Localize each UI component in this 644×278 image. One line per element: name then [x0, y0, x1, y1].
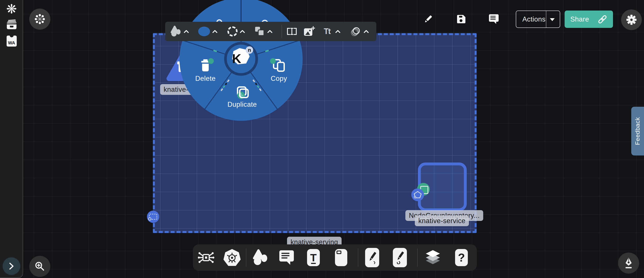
shapes-tool[interactable] [252, 244, 269, 271]
sidebar-item-archive[interactable] [0, 19, 23, 30]
help-glyph: ? [458, 251, 465, 264]
chevron-up-icon [212, 30, 218, 33]
comment-tool[interactable] [279, 244, 294, 271]
pencil-tool-button[interactable] [393, 244, 407, 271]
fill-color-button[interactable] [198, 22, 210, 41]
text-style-icon: Tt [324, 27, 330, 36]
knative-letter: K [232, 51, 241, 66]
webassembly-icon: WA [6, 36, 17, 47]
radial-divider-top [240, 0, 241, 22]
layers-tool[interactable] [424, 244, 442, 271]
arrange-expand[interactable] [267, 22, 272, 41]
network-tool[interactable] [197, 244, 215, 271]
shape-style-button[interactable] [170, 22, 182, 41]
cluster-icon [34, 13, 46, 25]
selection-handle[interactable] [147, 211, 159, 223]
feedback-tab[interactable]: Feedback [631, 107, 644, 155]
cluster-button[interactable] [29, 8, 50, 30]
expand-sidebar-button[interactable] [3, 257, 20, 275]
pentagon-badge[interactable] [411, 188, 424, 201]
replace-image-button[interactable] [304, 22, 315, 41]
kubernetes-icon [223, 248, 241, 267]
kubernetes-tool[interactable] [223, 244, 241, 271]
actions-button[interactable]: Actions [516, 10, 560, 28]
shapes-icon [252, 249, 269, 266]
save-button[interactable] [456, 14, 466, 24]
marquee-icon [149, 214, 157, 220]
copy-status-dot [270, 58, 276, 64]
zoom-in-icon [34, 261, 46, 272]
chevron-right-icon [9, 263, 14, 270]
feedback-label: Feedback [634, 117, 641, 145]
duplicate-label-text: Duplicate [228, 101, 257, 108]
text-tool[interactable]: T [307, 244, 320, 271]
resize-width-button[interactable] [286, 22, 297, 41]
menu-item-delete-label[interactable]: Delete [195, 75, 216, 83]
app-canvas: knative-s NodeGroupInventory... knative-… [0, 0, 644, 278]
border-style-expand[interactable] [240, 22, 245, 41]
help-button[interactable]: ? [455, 244, 468, 271]
menu-item-copy-label[interactable]: Copy [271, 75, 287, 83]
menu-item-duplicate-label[interactable]: Duplicate [228, 101, 257, 109]
network-icon [197, 248, 215, 267]
app-logo[interactable]: ❋ [0, 3, 23, 15]
delete-label-text: Delete [195, 75, 216, 82]
opacity-expand[interactable] [364, 22, 369, 41]
pencil-icon [423, 14, 433, 24]
replace-image-icon [304, 26, 315, 37]
edit-button[interactable] [423, 14, 433, 24]
arrange-button[interactable] [254, 22, 265, 41]
arrange-icon [254, 26, 265, 37]
fill-color-swatch [198, 26, 210, 36]
pen-nib-icon [623, 257, 634, 269]
caret-down-icon[interactable] [550, 18, 555, 21]
comment-icon [488, 14, 499, 24]
sidebar-item-webassembly[interactable]: WA [0, 35, 23, 47]
service-node-label: knative-service [415, 215, 469, 226]
chevron-up-icon [240, 30, 245, 33]
service-node-label-text: knative-service [418, 217, 466, 225]
fill-color-expand[interactable] [212, 22, 218, 41]
help-tile: ? [455, 249, 468, 266]
actions-divider [546, 11, 546, 27]
chevron-up-icon [335, 30, 340, 33]
app-logo-icon: ❋ [6, 1, 17, 16]
shape-style-icon [170, 26, 182, 37]
note-tool-icon [335, 249, 347, 266]
pen-icon [367, 251, 377, 264]
knative-badge-text: n [248, 47, 251, 53]
pencil-icon [395, 251, 405, 264]
menu-item-duplicate[interactable] [236, 86, 250, 101]
sidebar: ❋ WA [0, 0, 23, 278]
toolbar-divider [358, 248, 358, 267]
opacity-button[interactable] [350, 22, 362, 41]
gear-icon [626, 14, 637, 25]
toolbar-divider [417, 248, 418, 267]
wa-text: WA [8, 40, 15, 45]
shape-style-expand[interactable] [184, 22, 189, 41]
zoom-in-button[interactable] [29, 256, 50, 277]
share-button[interactable]: Share [564, 10, 613, 28]
radial-menu-hub: K n [224, 42, 258, 76]
comment-button[interactable] [488, 14, 499, 24]
note-tool[interactable] [335, 244, 347, 271]
pen-mode-button[interactable] [618, 253, 639, 274]
chevron-up-icon [184, 30, 189, 33]
resize-width-icon [286, 27, 297, 36]
link-icon [598, 14, 607, 24]
copy-label-text: Copy [271, 75, 287, 82]
opacity-icon [350, 25, 362, 37]
pen-tool-button[interactable] [365, 244, 379, 271]
text-style-expand[interactable] [335, 22, 340, 41]
context-toolbar: Tt [165, 22, 376, 41]
border-style-button[interactable] [228, 22, 238, 41]
save-icon [456, 14, 466, 24]
main-toolbar: T [193, 244, 477, 271]
border-style-icon [228, 26, 238, 36]
toolbar-divider [246, 248, 246, 267]
settings-button[interactable] [621, 9, 642, 30]
text-tool-icon: T [307, 249, 320, 266]
comment-icon [279, 250, 294, 266]
text-style-button[interactable]: Tt [324, 22, 330, 41]
toolbar-divider [282, 25, 282, 38]
